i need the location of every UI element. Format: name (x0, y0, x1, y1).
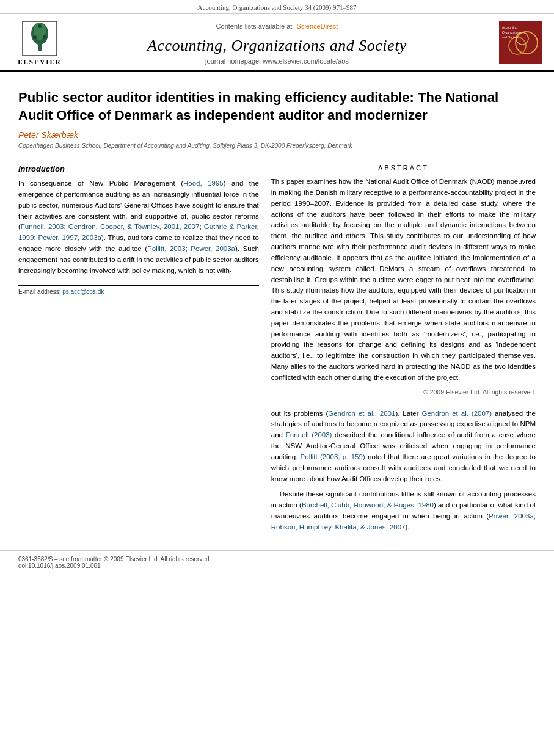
ref-hood-1995[interactable]: Hood, 1995 (183, 180, 224, 187)
svg-text:and Society: and Society (502, 35, 519, 39)
journal-title-area: Contents lists available at ScienceDirec… (67, 21, 487, 65)
main-two-col: Introduction In consequence of New Publi… (18, 164, 536, 537)
intro-right-col: out its problems (Gendron et al., 2001).… (271, 409, 536, 533)
intro-text: In consequence of New Public Management … (18, 178, 259, 276)
svg-point-7 (38, 24, 42, 28)
page-footer: 0361-3682/$ – see front matter © 2009 El… (0, 550, 554, 575)
ref-pollitt-2003[interactable]: Pollitt, 2003 (147, 245, 185, 252)
ref-gendron-2001[interactable]: Gendron, Cooper, & Townley, 2001, 2007 (68, 223, 200, 230)
abstract-section: ABSTRACT This paper examines how the Nat… (271, 164, 536, 395)
article-body: Public sector auditor identities in maki… (0, 72, 554, 550)
elsevier-wordmark: ELSEVIER (18, 58, 62, 65)
header-divider (18, 158, 536, 158)
abstract-intro-divider (271, 402, 536, 402)
ref-gendron-2001b[interactable]: Gendron et al., 2001 (328, 410, 395, 417)
elsevier-tree-icon (21, 20, 58, 57)
article-title: Public sector auditor identities in maki… (18, 89, 536, 124)
journal-homepage-link: journal homepage: www.elsevier.com/locat… (67, 57, 487, 65)
ref-power-2003a[interactable]: Power, 2003a (191, 245, 235, 252)
sciencedirect-brand: ScienceDirect (297, 23, 338, 30)
introduction-col: Introduction In consequence of New Publi… (18, 164, 259, 537)
author-affiliation: Copenhagen Business School, Department o… (18, 142, 536, 149)
ref-funnell-2003b[interactable]: Funnell (2003) (286, 431, 332, 438)
intro-para3: Despite these significant contributions … (271, 489, 536, 532)
journal-header: ELSEVIER Contents lists available at Sci… (0, 14, 554, 72)
svg-text:Organizations: Organizations (502, 31, 521, 34)
ref-robson-2007[interactable]: Robson, Humphrey, Khalifa, & Jones, 2007 (271, 523, 406, 531)
ref-gendron-2007[interactable]: Gendron et al. (2007) (422, 410, 492, 417)
ref-pollitt-2003b[interactable]: Pollitt (2003, p. 159) (301, 453, 365, 460)
copyright-note: © 2009 Elsevier Ltd. All rights reserved… (271, 388, 536, 396)
sciencedirect-line: Contents lists available at ScienceDirec… (67, 21, 487, 34)
doi-line: doi:10.1016/j.aos.2009.01.001 (18, 562, 536, 569)
intro-heading: Introduction (18, 164, 259, 173)
journal-citation: Accounting, Organizations and Society 34… (198, 4, 357, 11)
abstract-col: ABSTRACT This paper examines how the Nat… (271, 164, 536, 537)
svg-point-5 (33, 35, 37, 39)
elsevier-logo-area: ELSEVIER (12, 20, 67, 65)
journal-info-bar: Accounting, Organizations and Society 34… (0, 0, 554, 14)
ref-burchell-1980[interactable]: Burchell, Clubb, Hopwood, & Huges, 1980 (302, 501, 434, 509)
journal-cover-icon: Accounting Organizations and Society (499, 21, 542, 64)
intro-para2: out its problems (Gendron et al., 2001).… (271, 409, 536, 485)
author-email[interactable]: ps.acc@cbs.dk (62, 288, 104, 295)
footnote-email-label: E-mail address: ps.acc@cbs.dk (18, 288, 259, 295)
footnote-area: E-mail address: ps.acc@cbs.dk (18, 285, 259, 295)
issn-line: 0361-3682/$ – see front matter © 2009 El… (18, 556, 536, 562)
ref-funnell-2003[interactable]: Funnell, 2003 (21, 223, 64, 230)
ref-power-1997[interactable]: Power, 1997, 2003a (38, 234, 101, 241)
abstract-text: This paper examines how the National Aud… (271, 176, 536, 383)
journal-title: Accounting, Organizations and Society (67, 37, 487, 55)
svg-point-6 (43, 35, 46, 39)
contents-label: Contents lists available at (216, 23, 293, 30)
author-name: Peter Skærbæk (18, 130, 536, 140)
intro-para1: In consequence of New Public Management … (18, 178, 259, 276)
email-label: E-mail address: (18, 288, 60, 295)
abstract-heading: ABSTRACT (271, 164, 536, 172)
svg-text:Accounting: Accounting (502, 26, 517, 29)
ref-power-2003b[interactable]: Power, 2003a (489, 512, 534, 520)
journal-thumbnail-area: Accounting Organizations and Society (487, 21, 542, 64)
